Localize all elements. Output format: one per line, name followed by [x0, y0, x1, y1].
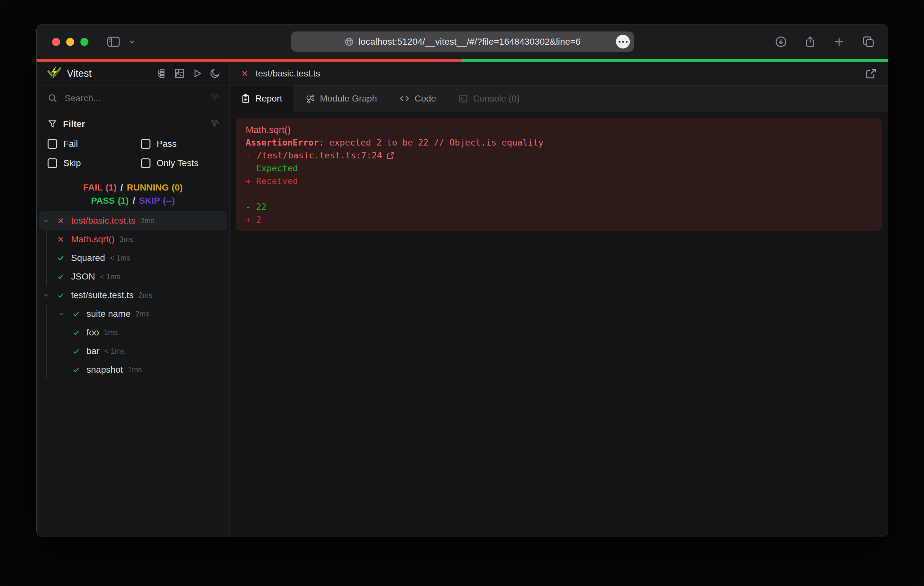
filter-icon: [48, 119, 57, 129]
separator: /: [120, 183, 123, 193]
tree-item-suite-name[interactable]: suite name 2ms: [39, 305, 227, 323]
error-message: : expected 2 to be 22 // Object.is equal…: [319, 138, 544, 148]
stack-location: /test/basic.test.ts:7:24: [257, 149, 382, 162]
tree-item-duration: < 1ms: [104, 347, 124, 356]
sidebar-toggle-icon[interactable]: [107, 36, 120, 47]
browser-toolbar: localhost:51204/__vitest__/#/?file=16484…: [37, 25, 888, 59]
external-link-icon[interactable]: [386, 151, 395, 160]
tree-item-test-json[interactable]: JSON < 1ms: [39, 267, 227, 286]
tree-item-label: Squared: [71, 253, 105, 263]
fail-x-icon: [241, 69, 249, 78]
tree-item-test-squared[interactable]: Squared < 1ms: [39, 249, 227, 267]
filter-section: Filter Fail: [37, 111, 229, 178]
tree-item-duration: 3ms: [140, 217, 154, 225]
share-icon[interactable]: [804, 35, 816, 48]
collapse-tree-icon[interactable]: [157, 68, 167, 79]
tree-item-label: JSON: [71, 272, 95, 282]
progress-fail: [37, 59, 462, 62]
tree-item-label: snapshot: [86, 365, 123, 375]
minimize-window-button[interactable]: [66, 38, 74, 46]
search-input[interactable]: [64, 93, 210, 104]
checkbox-label: Pass: [157, 139, 177, 149]
tree-item-file-basic[interactable]: test/basic.test.ts 3ms: [39, 211, 227, 230]
downloads-icon[interactable]: [774, 35, 787, 48]
url-bar[interactable]: localhost:51204/__vitest__/#/?file=16484…: [291, 31, 634, 52]
chevron-down-icon[interactable]: [57, 310, 66, 318]
window-controls: [52, 38, 88, 46]
filter-checkbox-only-tests[interactable]: Only Tests: [141, 158, 220, 168]
browser-window: localhost:51204/__vitest__/#/?file=16484…: [36, 24, 888, 537]
tab-code[interactable]: Code: [388, 86, 447, 112]
error-panel: Math.sqrt() AssertionError: expected 2 t…: [236, 118, 882, 230]
tree-item-duration: 2ms: [139, 291, 152, 300]
open-in-editor-icon[interactable]: [865, 68, 877, 79]
skip-count: (--): [163, 196, 175, 206]
dashboard-icon[interactable]: [174, 68, 185, 79]
pass-label: PASS: [91, 196, 115, 206]
summary-row-pass-skip: PASS (1) / SKIP (--): [91, 196, 175, 206]
chevron-down-icon[interactable]: [128, 38, 136, 46]
failed-test-name: Math.sqrt(): [246, 123, 872, 136]
pass-count: (1): [118, 196, 129, 206]
new-tab-icon[interactable]: [833, 36, 845, 48]
error-message-line: AssertionError: expected 2 to be 22 // O…: [246, 136, 872, 149]
checkbox-icon: [141, 139, 150, 149]
pass-check-icon: [72, 365, 81, 374]
tree-item-test-snapshot[interactable]: snapshot 1ms: [39, 360, 227, 379]
chevron-down-icon[interactable]: [42, 291, 51, 300]
filter-checkbox-pass[interactable]: Pass: [141, 139, 220, 149]
clear-search-filter-icon[interactable]: [210, 93, 220, 103]
pass-check-icon: [56, 272, 66, 281]
open-file-name: test/basic.test.ts: [256, 68, 320, 79]
fail-x-icon: [56, 217, 66, 225]
search-bar: [37, 86, 229, 111]
app-title: Vitest: [67, 68, 92, 79]
tree-item-file-suite[interactable]: test/suite.test.ts 2ms: [39, 286, 227, 305]
test-progress-bar: [37, 59, 888, 62]
checkbox-icon: [48, 158, 57, 168]
view-tabs: Report Module Graph: [229, 86, 888, 112]
ellipsis-icon[interactable]: [616, 35, 630, 48]
tree-item-test-foo[interactable]: foo 1ms: [39, 323, 227, 342]
search-icon: [48, 93, 58, 103]
tab-console[interactable]: Console (0): [447, 86, 531, 112]
indent-guide: [46, 230, 47, 286]
tree-item-label: Math.sqrt(): [71, 234, 114, 245]
stack-trace-line[interactable]: -/test/basic.test.ts:7:24: [246, 149, 872, 162]
tree-item-label: suite name: [86, 309, 130, 319]
tab-overview-icon[interactable]: [862, 35, 875, 48]
stack-pointer: -: [246, 149, 251, 162]
tree-item-label: test/basic.test.ts: [71, 216, 136, 226]
vitest-logo-icon: [47, 66, 62, 81]
module-graph-icon: [305, 94, 315, 104]
run-all-icon[interactable]: [192, 68, 203, 79]
report-clipboard-icon: [241, 94, 251, 104]
checkbox-label: Fail: [63, 139, 78, 149]
filter-checkbox-fail[interactable]: Fail: [48, 139, 141, 149]
test-tree: test/basic.test.ts 3ms Math.sqrt() 3ms: [37, 210, 229, 537]
tab-module-graph[interactable]: Module Graph: [294, 86, 388, 112]
pass-check-icon: [72, 347, 81, 356]
pass-check-icon: [56, 254, 66, 262]
fail-label: FAIL: [83, 183, 103, 193]
indent-guide: [62, 323, 63, 378]
tree-item-duration: 1ms: [128, 365, 142, 374]
separator: /: [132, 196, 135, 206]
close-window-button[interactable]: [52, 38, 60, 46]
zoom-window-button[interactable]: [80, 38, 88, 46]
tree-item-label: foo: [86, 328, 99, 337]
clear-filter-icon[interactable]: [210, 119, 220, 129]
report-content: Math.sqrt() AssertionError: expected 2 t…: [229, 112, 888, 537]
theme-toggle-moon-icon[interactable]: [210, 68, 220, 79]
tree-item-duration: 3ms: [119, 235, 133, 244]
progress-pass: [462, 59, 888, 62]
filter-title: Filter: [63, 119, 85, 129]
filter-checkbox-skip[interactable]: Skip: [48, 158, 141, 168]
chevron-down-icon[interactable]: [42, 217, 51, 225]
tree-item-test-mathsqrt[interactable]: Math.sqrt() 3ms: [39, 230, 227, 249]
tree-item-test-bar[interactable]: bar < 1ms: [39, 342, 227, 360]
tab-label: Report: [255, 94, 282, 104]
console-terminal-icon: [459, 94, 468, 104]
fail-x-icon: [56, 235, 66, 244]
tab-report[interactable]: Report: [229, 86, 294, 112]
